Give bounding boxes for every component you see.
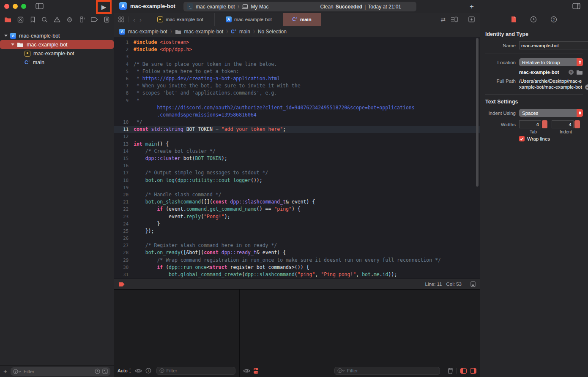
code-line[interactable]: 24 }	[114, 220, 480, 228]
activity-status[interactable]: Clean Succeeded | Today at 21:01	[320, 4, 401, 10]
code-line[interactable]: 8 * scopes 'bot' and 'applications.comma…	[114, 90, 480, 97]
console-filter-input[interactable]	[347, 368, 437, 373]
project-navigator-icon[interactable]	[4, 16, 11, 22]
code-line[interactable]: 26	[114, 235, 480, 242]
add-editor-icon[interactable]	[468, 16, 475, 22]
code-line[interactable]: 12	[114, 133, 480, 140]
code-line[interactable]: 21 bot.on_slashcommand([](const dpp::sla…	[114, 198, 480, 206]
tab-main[interactable]: C+ main	[283, 13, 321, 26]
code-line[interactable]: 1#include <iostream>	[114, 39, 480, 46]
variables-filter-input[interactable]	[167, 368, 232, 373]
code-line[interactable]: 22 if (event.command.get_command_name() …	[114, 206, 480, 213]
scrollbar-thumb[interactable]	[476, 38, 479, 187]
code-line[interactable]: https://discord.com/oauth2/authorize?cli…	[114, 104, 480, 111]
breadcrumb-item[interactable]: main	[239, 29, 250, 35]
code-line[interactable]: 13int main() {	[114, 141, 480, 148]
breakpoint-icon[interactable]	[118, 282, 125, 287]
tab-project[interactable]: A mac-example-bot	[214, 13, 283, 26]
wrap-lines-checkbox[interactable]	[519, 136, 525, 141]
console-filter-field[interactable]	[334, 367, 440, 375]
code-line[interactable]: 5 * Follow steps here to get a token:	[114, 68, 480, 75]
toggle-inspector-icon[interactable]	[572, 3, 580, 9]
code-line[interactable]: 9 *	[114, 97, 480, 104]
code-line[interactable]: 30 if (dpp::run_once<struct register_bot…	[114, 264, 480, 271]
stepper-icon[interactable]	[574, 120, 580, 128]
code-line[interactable]: 16	[114, 162, 480, 169]
tree-item-target[interactable]: mac-example-bot	[0, 49, 114, 58]
code-line[interactable]: 29 /* Wrap command registration in run_o…	[114, 257, 480, 264]
open-path-arrow-icon[interactable]: ➜	[585, 84, 588, 90]
code-line[interactable]: 3	[114, 53, 480, 60]
code-editor[interactable]: 1#include <iostream>2#include <dpp/dpp.h…	[114, 37, 480, 279]
code-line[interactable]: 7 * When you invite the bot, be sure to …	[114, 82, 480, 90]
code-line[interactable]: 2#include <dpp/dpp.h>	[114, 46, 480, 53]
indent-using-popup[interactable]: Spaces	[519, 109, 583, 117]
toggle-console-view-icon[interactable]	[470, 368, 476, 374]
editor-options-icon[interactable]	[451, 16, 458, 22]
back-button[interactable]: ‹	[133, 16, 135, 23]
code-line[interactable]: 6 * https://dpp.dev/creating-a-bot-appli…	[114, 75, 480, 82]
code-line[interactable]: 19	[114, 184, 480, 191]
quick-help-inspector-icon[interactable]: ?	[550, 16, 557, 23]
code-line[interactable]: 28 bot.on_ready([&bot](const dpp::ready_…	[114, 249, 480, 256]
tree-item-project[interactable]: A mac-example-bot	[0, 31, 114, 40]
forward-button[interactable]: ›	[139, 16, 142, 23]
choose-folder-icon[interactable]	[576, 70, 583, 75]
breakpoints-navigator-icon[interactable]	[91, 17, 98, 22]
code-line[interactable]: 20 /* Handle slash command */	[114, 191, 480, 198]
file-inspector-icon[interactable]	[511, 16, 517, 23]
indent-width-field[interactable]	[552, 120, 574, 128]
run-button[interactable]: ▶	[96, 0, 112, 14]
history-inspector-icon[interactable]	[530, 16, 537, 23]
tab-target[interactable]: mac-example-bot	[146, 13, 214, 26]
variables-filter-field[interactable]	[156, 367, 235, 375]
code-line[interactable]: 23 event.reply("Pong!");	[114, 213, 480, 220]
issues-navigator-icon[interactable]	[54, 16, 60, 22]
tab-width-field[interactable]	[519, 120, 541, 128]
recent-files-filter-icon[interactable]	[95, 369, 100, 374]
disclosure-triangle-icon[interactable]	[4, 35, 8, 37]
source-control-navigator-icon[interactable]	[17, 16, 24, 23]
library-add-button[interactable]: +	[470, 2, 474, 11]
code-line[interactable]: 32 }	[114, 278, 480, 279]
indent-width-stepper[interactable]	[552, 120, 580, 128]
stepper-icon[interactable]	[542, 120, 547, 128]
tab-width-stepper[interactable]	[519, 120, 547, 128]
scope-popup-button[interactable]: Auto ⌃⌄	[118, 368, 131, 373]
tests-navigator-icon[interactable]	[66, 16, 73, 23]
related-items-icon[interactable]	[118, 16, 124, 22]
reports-navigator-icon[interactable]	[104, 16, 109, 23]
breadcrumb-item[interactable]: No Selection	[258, 29, 287, 35]
code-line[interactable]: 18 bot.on_log(dpp::utility::cout_logger(…	[114, 177, 480, 184]
debug-navigator-icon[interactable]	[79, 16, 85, 23]
code-line[interactable]: 10 */	[114, 119, 480, 126]
location-popup[interactable]: Relative to Group	[519, 58, 583, 66]
code-line[interactable]: 11const std::string BOT_TOKEN = "add you…	[114, 126, 480, 133]
show-variables-icon[interactable]	[135, 369, 142, 373]
code-review-icon[interactable]: ⇄	[440, 16, 446, 22]
code-line[interactable]: 31 bot.global_command_create(dpp::slashc…	[114, 271, 480, 278]
console-view[interactable]	[240, 290, 480, 377]
breadcrumb-item[interactable]: mac-example-bot	[128, 29, 167, 35]
adjust-editor-icon[interactable]	[470, 281, 476, 287]
scheme-menu[interactable]: mac-example-bot	[196, 4, 235, 10]
toggle-navigator-icon[interactable]	[36, 3, 44, 9]
close-window-button[interactable]	[4, 4, 9, 9]
code-line[interactable]: .commands&permissions=139586816064	[114, 111, 480, 119]
toggle-variables-view-icon[interactable]	[460, 368, 467, 374]
code-line[interactable]: 4/* Be sure to place your token in the l…	[114, 61, 480, 68]
destination-menu[interactable]: My Mac	[251, 4, 269, 10]
code-line[interactable]: 25 });	[114, 228, 480, 235]
clear-location-icon[interactable]: ✕	[569, 70, 574, 75]
source-control-filter-icon[interactable]	[102, 369, 108, 374]
variables-view[interactable]: Auto ⌃⌄ i	[114, 290, 240, 377]
navigator-filter-field[interactable]	[11, 367, 110, 376]
bookmarks-navigator-icon[interactable]	[30, 16, 36, 23]
navigator-filter-input[interactable]	[24, 369, 93, 374]
tree-item-main[interactable]: C+ main	[0, 58, 114, 67]
code-line[interactable]: 14 /* Create bot cluster */	[114, 148, 480, 155]
find-navigator-icon[interactable]	[41, 16, 48, 23]
clear-console-icon[interactable]	[448, 368, 453, 374]
code-line[interactable]: 27 /* Register slash command here in on_…	[114, 242, 480, 249]
name-field[interactable]	[519, 41, 588, 49]
